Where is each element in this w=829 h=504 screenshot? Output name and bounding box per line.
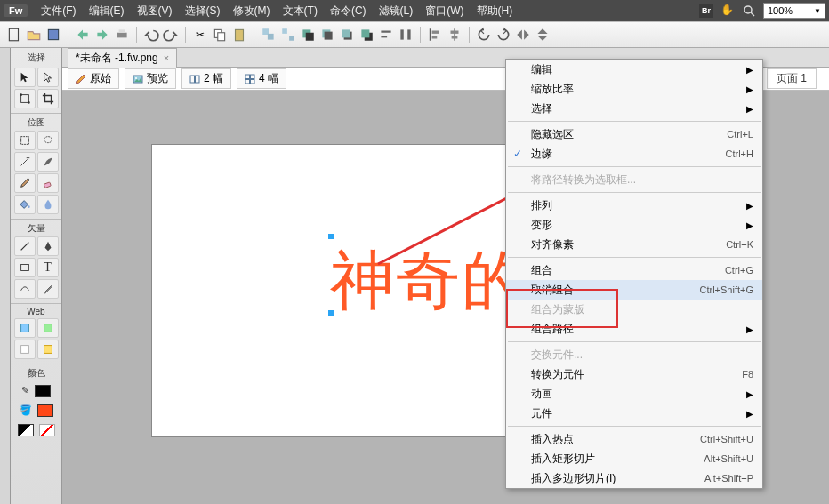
- rectangle-tool[interactable]: [14, 258, 36, 277]
- undo-icon[interactable]: [142, 26, 160, 44]
- crop-tool[interactable]: [37, 89, 59, 108]
- arrange-backward-icon[interactable]: [338, 26, 356, 44]
- copy-icon[interactable]: [211, 26, 229, 44]
- menubar-item-2[interactable]: 视图(V): [131, 4, 179, 17]
- menubar-item-6[interactable]: 命令(C): [324, 4, 373, 17]
- chevron-right-icon: ▶: [746, 389, 753, 399]
- context-menu-item-4[interactable]: 隐藏选区Ctrl+L: [506, 124, 762, 144]
- text-tool[interactable]: T: [37, 258, 59, 277]
- palette-collapse-strip[interactable]: [0, 48, 11, 504]
- menubar-item-0[interactable]: 文件(F): [35, 4, 82, 17]
- bridge-icon[interactable]: Br: [699, 4, 713, 18]
- hotspot-tool[interactable]: [14, 318, 36, 338]
- menubar-item-3[interactable]: 选择(S): [179, 4, 227, 17]
- line-tool[interactable]: [14, 236, 36, 256]
- context-menu-item-11[interactable]: 对齐像素Ctrl+K: [506, 235, 762, 254]
- align-icon[interactable]: [377, 26, 395, 44]
- chevron-right-icon: ▶: [746, 104, 753, 114]
- canvas-text-object[interactable]: 神奇的: [330, 238, 527, 324]
- align-center-icon[interactable]: [446, 26, 463, 44]
- lasso-tool[interactable]: [37, 131, 59, 150]
- menubar-item-4[interactable]: 修改(M): [227, 4, 277, 17]
- no-color-icon[interactable]: [39, 424, 55, 436]
- menubar-item-5[interactable]: 文本(T): [277, 4, 324, 17]
- subselect-tool[interactable]: [37, 68, 59, 87]
- close-icon[interactable]: ×: [164, 52, 169, 63]
- view-preview-button[interactable]: 预览: [125, 68, 176, 89]
- svg-rect-43: [44, 346, 52, 354]
- fill-color-swatch[interactable]: [37, 404, 53, 417]
- zoom-combobox[interactable]: 100% ▼: [763, 3, 825, 19]
- paste-icon[interactable]: [230, 26, 248, 44]
- brush-tool[interactable]: [37, 152, 59, 172]
- document-tab[interactable]: *未命名 -1.fw.png ×: [68, 48, 177, 68]
- view-original-button[interactable]: 原始: [68, 68, 119, 89]
- context-menu-item-23[interactable]: 插入热点Ctrl+Shift+U: [506, 429, 762, 449]
- context-menu-item-10[interactable]: 变形▶: [506, 215, 762, 235]
- context-menu-item-13[interactable]: 组合Ctrl+G: [506, 260, 762, 280]
- context-menu[interactable]: 编辑▶缩放比率▶选择▶隐藏选区Ctrl+L✓边缘Ctrl+H将路径转换为选取框.…: [505, 59, 763, 489]
- export-icon[interactable]: [93, 26, 111, 44]
- pen-tool[interactable]: [37, 236, 59, 256]
- chevron-right-icon: ▶: [746, 220, 753, 230]
- import-icon[interactable]: [74, 26, 92, 44]
- rotate-right-icon[interactable]: [495, 26, 512, 44]
- wand-tool[interactable]: [14, 152, 36, 172]
- group-icon[interactable]: [260, 26, 278, 44]
- knife-tool[interactable]: [37, 279, 59, 299]
- search-icon[interactable]: [742, 4, 756, 18]
- align-left-icon[interactable]: [426, 26, 444, 44]
- scale-tool[interactable]: [14, 89, 36, 108]
- bucket-tool[interactable]: [14, 195, 36, 214]
- context-menu-item-9[interactable]: 排列▶: [506, 196, 762, 215]
- marquee-tool[interactable]: [14, 131, 36, 150]
- arrange-back-icon[interactable]: [358, 26, 375, 44]
- context-menu-item-14[interactable]: 取消组合Ctrl+Shift+G: [506, 280, 762, 300]
- page-indicator[interactable]: 页面 1: [767, 68, 817, 89]
- menubar-item-7[interactable]: 滤镜(L): [373, 4, 420, 17]
- context-menu-item-5[interactable]: ✓边缘Ctrl+H: [506, 144, 762, 164]
- context-menu-item-24[interactable]: 插入矩形切片Alt+Shift+U: [506, 449, 762, 468]
- show-slices-tool[interactable]: [37, 340, 59, 359]
- menubar-item-8[interactable]: 窗口(W): [419, 4, 470, 17]
- svg-rect-2: [9, 28, 18, 41]
- eraser-tool[interactable]: [37, 173, 59, 193]
- rotate-left-icon[interactable]: [475, 26, 493, 44]
- pencil-tool[interactable]: [14, 173, 36, 193]
- new-icon[interactable]: [5, 26, 23, 44]
- flip-vertical-icon[interactable]: [534, 26, 551, 44]
- context-menu-item-16[interactable]: 组合路径▶: [506, 319, 762, 339]
- arrange-forward-icon[interactable]: [318, 26, 336, 44]
- arrange-front-icon[interactable]: [299, 26, 317, 44]
- open-icon[interactable]: [25, 26, 43, 44]
- freeform-tool[interactable]: [14, 279, 36, 299]
- hand-icon[interactable]: ✋: [720, 4, 735, 18]
- cut-icon[interactable]: ✂: [191, 26, 209, 44]
- view-4up-button[interactable]: 4 幅: [237, 68, 286, 89]
- context-menu-item-25[interactable]: 插入多边形切片(I)Alt+Shift+P: [506, 468, 762, 488]
- pointer-tool[interactable]: [14, 68, 36, 87]
- context-menu-item-1[interactable]: 缩放比率▶: [506, 79, 762, 99]
- view-2up-button[interactable]: 2 幅: [181, 68, 231, 89]
- print-icon[interactable]: [113, 26, 131, 44]
- redo-icon[interactable]: [162, 26, 180, 44]
- swap-swatch-row[interactable]: [18, 424, 55, 436]
- menubar-item-1[interactable]: 编辑(E): [83, 4, 131, 17]
- context-menu-item-20[interactable]: 动画▶: [506, 384, 762, 404]
- context-menu-item-19[interactable]: 转换为元件F8: [506, 364, 762, 384]
- hide-slices-tool[interactable]: [14, 340, 36, 359]
- context-menu-item-0[interactable]: 编辑▶: [506, 60, 762, 79]
- slice-tool[interactable]: [37, 318, 59, 338]
- distribute-icon[interactable]: [397, 26, 414, 44]
- save-icon[interactable]: [44, 26, 62, 44]
- stroke-color-swatch[interactable]: [35, 385, 51, 397]
- blur-tool[interactable]: [37, 195, 59, 214]
- context-menu-item-2[interactable]: 选择▶: [506, 99, 762, 118]
- menubar-item-9[interactable]: 帮助(H): [471, 4, 519, 17]
- four-up-icon: [245, 74, 255, 84]
- ungroup-icon[interactable]: [279, 26, 297, 44]
- default-colors-icon[interactable]: [18, 424, 34, 436]
- context-menu-item-21[interactable]: 元件▶: [506, 404, 762, 423]
- flip-horizontal-icon[interactable]: [514, 26, 532, 44]
- context-menu-item-label: 取消组合: [531, 283, 574, 298]
